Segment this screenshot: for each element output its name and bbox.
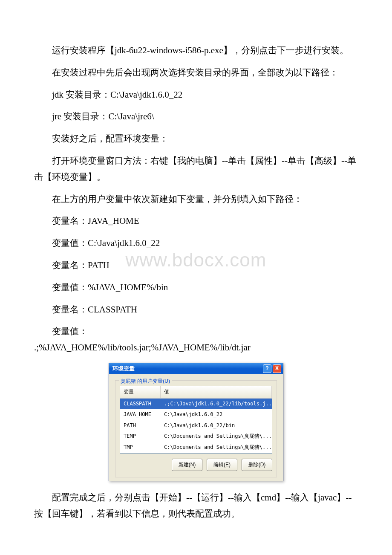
paragraph: 变量名：JAVA_HOME xyxy=(34,213,358,229)
env-var-dialog: 环境变量 ? X 臭屁猪 的用户变量(U) 变量 值 CLASSPATH .;C… xyxy=(109,363,283,481)
dialog-titlebar: 环境变量 ? X xyxy=(109,363,283,374)
paragraph: 配置完成之后，分别点击【开始】--【运行】--输入【cmd】--输入【javac… xyxy=(34,490,358,522)
user-vars-group: 臭屁猪 的用户变量(U) 变量 值 CLASSPATH .;C:\Java\jd… xyxy=(115,380,277,477)
paragraph: 运行安装程序【jdk-6u22-windows-i586-p.exe】，分别点击… xyxy=(34,43,358,59)
button-row: 新建(N) 编辑(E) 删除(D) xyxy=(120,459,272,471)
variable-listview[interactable]: 变量 值 CLASSPATH .;C:\Java\jdk1.6.0_22/lib… xyxy=(120,386,272,454)
paragraph: 变量名：CLASSPATH xyxy=(34,302,358,318)
close-button[interactable]: X xyxy=(273,364,281,373)
paragraph: 变量值：C:\Java\jdk1.6.0_22 xyxy=(34,235,358,251)
dialog-title: 环境变量 xyxy=(112,364,262,373)
cell-value: C:\Java\jdk1.6.0_22/bin xyxy=(161,420,272,431)
paragraph: 变量名：PATH xyxy=(34,257,358,274)
cell-value: .;C:\Java\jdk1.6.0_22/lib/tools.j... xyxy=(161,399,272,410)
new-button[interactable]: 新建(N) xyxy=(172,459,202,471)
cell-name: PATH xyxy=(120,420,161,431)
paragraph: 变量值：%JAVA_HOME%/bin xyxy=(34,280,358,296)
dialog-screenshot: 环境变量 ? X 臭屁猪 的用户变量(U) 变量 值 CLASSPATH .;C… xyxy=(34,363,358,481)
paragraph: jdk 安装目录：C:\Java\jdk1.6.0_22 xyxy=(34,87,358,103)
col-header-name[interactable]: 变量 xyxy=(120,386,161,398)
cell-value: C:\Documents and Settings\臭屁猪\... xyxy=(161,442,272,453)
group-label: 臭屁猪 的用户变量(U) xyxy=(119,377,172,386)
paragraph: jre 安装目录：C:\Java\jre6\ xyxy=(34,109,358,125)
list-item[interactable]: TMP C:\Documents and Settings\臭屁猪\... xyxy=(120,442,272,453)
cell-value: C:\Java\jdk1.6.0_22 xyxy=(161,409,272,420)
document-body: 运行安装程序【jdk-6u22-windows-i586-p.exe】，分别点击… xyxy=(34,43,358,522)
list-item[interactable]: CLASSPATH .;C:\Java\jdk1.6.0_22/lib/tool… xyxy=(120,399,272,410)
paragraph: .;%JAVA_HOME%/lib/tools.jar;%JAVA_HOME%/… xyxy=(34,340,358,356)
delete-button[interactable]: 删除(D) xyxy=(242,459,272,471)
listview-header: 变量 值 xyxy=(120,386,272,399)
list-item[interactable]: PATH C:\Java\jdk1.6.0_22/bin xyxy=(120,420,272,431)
paragraph: 在安装过程中先后会出现两次选择安装目录的界面，全部改为以下路径： xyxy=(34,65,358,81)
cell-name: CLASSPATH xyxy=(120,399,161,410)
paragraph: 变量值： xyxy=(34,324,358,340)
paragraph: 安装好之后，配置环境变量： xyxy=(34,131,358,147)
help-button[interactable]: ? xyxy=(263,364,271,373)
cell-value: C:\Documents and Settings\臭屁猪\... xyxy=(161,431,272,442)
paragraph: 打开环境变量窗口方法：右键【我的电脑】--单击【属性】--单击【高级】--单击【… xyxy=(34,153,358,185)
list-item[interactable]: JAVA_HOME C:\Java\jdk1.6.0_22 xyxy=(120,409,272,420)
list-item[interactable]: TEMP C:\Documents and Settings\臭屁猪\... xyxy=(120,431,272,442)
cell-name: TEMP xyxy=(120,431,161,442)
paragraph: 在上方的用户变量中依次新建如下变量，并分别填入如下路径： xyxy=(34,191,358,208)
edit-button[interactable]: 编辑(E) xyxy=(207,459,237,471)
cell-name: JAVA_HOME xyxy=(120,409,161,420)
cell-name: TMP xyxy=(120,442,161,453)
col-header-value[interactable]: 值 xyxy=(161,386,272,398)
